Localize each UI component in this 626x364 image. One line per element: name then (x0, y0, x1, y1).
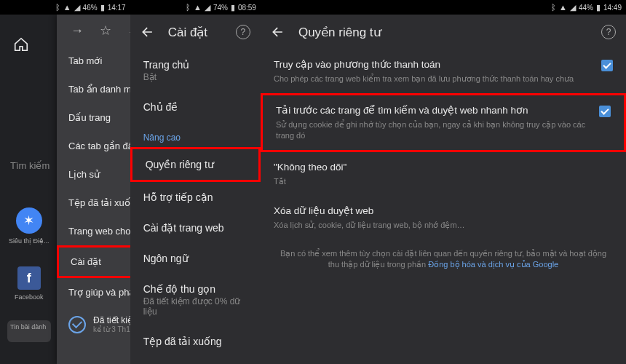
privacy-header: Quyền riêng tư ? (261, 15, 626, 50)
menu-desktop-site[interactable]: Trang web cho máy tính (57, 217, 130, 245)
menu-bookmarks[interactable]: Dấu trang (57, 103, 130, 132)
clock: 14:49 (603, 4, 622, 12)
panel-privacy: ᛒ ▲ ◢ 44% ▮ 14:49 Quyền riêng tư ? Truy … (261, 0, 626, 364)
forward-icon[interactable]: → (71, 23, 84, 39)
search-hint[interactable]: Tìm kiếm (10, 160, 49, 171)
wifi-icon: ▲ (194, 3, 202, 12)
back-icon[interactable] (271, 25, 285, 39)
bluetooth-icon: ᛒ (186, 3, 191, 12)
panel-chrome-menu: ᛒ ▲ ◢ 46% ▮ 14:17 Tìm kiếm ✶ Siêu thị Đi… (0, 0, 130, 364)
help-icon[interactable]: ? (601, 25, 616, 39)
setting-language[interactable]: Ngôn ngữ (130, 243, 261, 274)
bookmark-label: Facebook (15, 293, 44, 301)
checkbox-checked-icon[interactable] (599, 106, 611, 117)
bookmark-label: Siêu thị Điệ... (9, 237, 49, 245)
menu-help[interactable]: Trợ giúp và phản hồi (57, 278, 130, 306)
clock: 08:59 (238, 4, 256, 12)
home-icon[interactable] (13, 36, 29, 55)
menu-history[interactable]: Lịch sử (57, 160, 130, 189)
bookmark-item[interactable]: ✶ Siêu thị Điệ... (9, 207, 49, 245)
data-saved-sub: kể từ 3 Th12 (93, 325, 130, 333)
menu-recent-tabs[interactable]: Các tab gần đây (57, 132, 130, 160)
privacy-do-not-track[interactable]: "Không theo dõi" Tắt (261, 152, 626, 196)
wifi-icon: ▲ (63, 3, 71, 12)
setting-homepage[interactable]: Trang chủ Bật (130, 50, 261, 92)
status-bar: ᛒ ▲ ◢ 46% ▮ 14:17 (0, 0, 130, 15)
bluetooth-icon: ᛒ (551, 3, 556, 12)
setting-site-settings[interactable]: Cài đặt trang web (130, 213, 261, 243)
checkbox-checked-icon[interactable] (601, 60, 613, 71)
page-title: Cài đặt (168, 25, 223, 40)
news-card[interactable]: Tin bài dành (7, 320, 51, 342)
status-bar: ᛒ ▲ ◢ 44% ▮ 14:49 (261, 0, 626, 15)
battery-percent: 44% (579, 4, 593, 12)
privacy-payment-access[interactable]: Truy cập vào phương thức thanh toán Cho … (261, 50, 626, 93)
settings-header: Cài đặt ? (130, 15, 261, 50)
battery-icon: ▮ (100, 3, 105, 12)
clock: 14:17 (108, 4, 126, 12)
bluetooth-icon: ᛒ (55, 3, 60, 12)
menu-incognito-tab[interactable]: Tab ẩn danh mới (57, 75, 130, 103)
signal-icon: ◢ (570, 3, 576, 12)
section-advanced: Nâng cao (130, 122, 261, 147)
menu-icon-row: → ☆ ⬇ ⓘ ⟳ (57, 15, 130, 47)
privacy-info-footer: Bạn có thể xem thêm tùy chọn cài đặt liê… (261, 240, 626, 280)
star-icon[interactable]: ☆ (100, 23, 111, 39)
setting-privacy[interactable]: Quyền riêng tư (130, 147, 261, 182)
wifi-icon: ▲ (559, 3, 567, 12)
setting-lite-mode[interactable]: Chế độ thu gọn Đã tiết kiệm được 0% dữ l… (130, 274, 261, 326)
menu-settings[interactable]: Cài đặt (57, 245, 130, 278)
signal-icon: ◢ (205, 3, 210, 12)
browser-background: Tìm kiếm ✶ Siêu thị Điệ... f Facebook Ti… (0, 15, 58, 364)
battery-icon: ▮ (231, 3, 235, 12)
back-icon[interactable] (140, 25, 155, 39)
setting-downloads[interactable]: Tệp đã tải xuống (130, 326, 261, 357)
bookmark-item[interactable]: f Facebook (9, 266, 49, 301)
sync-services-link[interactable]: Đồng bộ hóa và dịch vụ của Google (428, 260, 558, 269)
menu-downloads[interactable]: Tệp đã tải xuống (57, 189, 130, 217)
page-title: Quyền riêng tư (298, 25, 588, 40)
privacy-clear-data[interactable]: Xóa dữ liệu duyệt web Xóa lịch sử, cooki… (261, 196, 626, 240)
battery-percent: 46% (83, 4, 98, 12)
setting-theme[interactable]: Chủ đề (130, 92, 261, 122)
chrome-overflow-menu: → ☆ ⬇ ⓘ ⟳ Tab mới Tab ẩn danh mới Dấu tr… (57, 15, 130, 364)
battery-icon: ▮ (596, 3, 601, 12)
setting-about-chrome[interactable]: Giới thiệu về Chrome (130, 357, 261, 364)
data-saver-icon (68, 316, 86, 333)
help-icon[interactable]: ? (236, 25, 250, 39)
status-bar: ᛒ ▲ ◢ 74% ▮ 08:59 (130, 0, 261, 15)
battery-percent: 74% (213, 4, 228, 12)
menu-new-tab[interactable]: Tab mới (57, 47, 130, 75)
data-saved-title: Đã tiết kiệm 8,5 MB (93, 315, 130, 325)
signal-icon: ◢ (74, 3, 80, 12)
setting-accessibility[interactable]: Hỗ trợ tiếp cận (130, 182, 261, 213)
privacy-preload-pages[interactable]: Tải trước các trang để tìm kiếm và duyệt… (261, 93, 626, 152)
menu-data-saved[interactable]: Đã tiết kiệm 8,5 MB kể từ 3 Th12 (57, 306, 130, 342)
panel-settings: ᛒ ▲ ◢ 74% ▮ 08:59 Cài đặt ? Trang chủ Bậ… (130, 0, 261, 364)
bookmark-icon: ✶ (16, 207, 42, 234)
facebook-icon: f (17, 266, 41, 290)
